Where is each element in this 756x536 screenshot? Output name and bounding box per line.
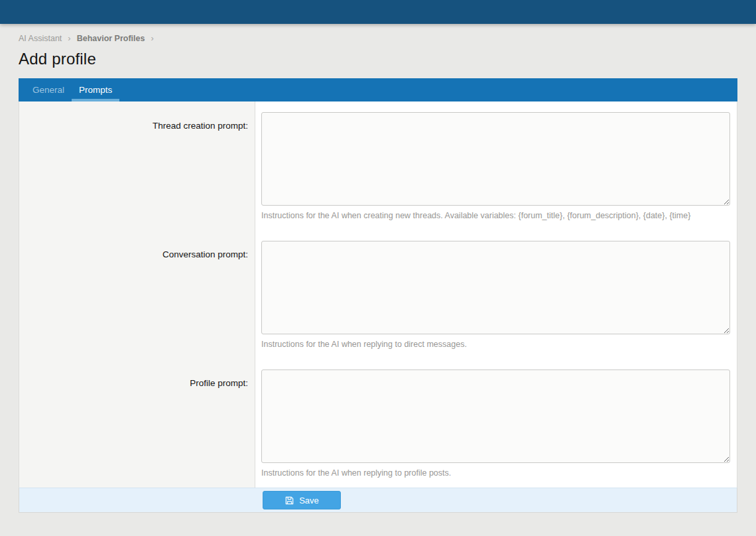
page-container: AI Assistant › Behavior Profiles › Add p… xyxy=(0,24,756,513)
profile-prompt-input[interactable] xyxy=(261,369,730,463)
thread-creation-prompt-input[interactable] xyxy=(261,112,730,206)
admin-top-bar xyxy=(0,0,756,24)
thread-creation-prompt-label: Thread creation prompt: xyxy=(153,121,248,131)
profile-prompt-hint: Instructions for the AI when replying to… xyxy=(261,468,730,478)
tab-prompts[interactable]: Prompts xyxy=(72,78,119,101)
save-floppy-icon xyxy=(284,496,294,505)
add-profile-form-card: General Prompts Thread creation prompt: … xyxy=(19,78,737,513)
label-cell: Profile prompt: xyxy=(19,359,255,488)
label-cell: Thread creation prompt: xyxy=(19,101,255,230)
form-row-thread-creation-prompt: Thread creation prompt: Instructions for… xyxy=(19,101,737,230)
save-button-label: Save xyxy=(299,496,319,505)
breadcrumb-link-ai-assistant[interactable]: AI Assistant xyxy=(19,34,62,43)
page-title: Add profile xyxy=(19,50,737,68)
thread-creation-prompt-hint: Instructions for the AI when creating ne… xyxy=(261,211,730,220)
control-cell: Instructions for the AI when replying to… xyxy=(255,359,737,488)
control-cell: Instructions for the AI when replying to… xyxy=(255,230,737,359)
conversation-prompt-input[interactable] xyxy=(261,241,730,334)
save-bar: Save xyxy=(19,488,737,513)
save-button[interactable]: Save xyxy=(263,491,341,509)
tab-general[interactable]: General xyxy=(25,78,72,101)
breadcrumb: AI Assistant › Behavior Profiles › xyxy=(19,24,737,43)
conversation-prompt-label: Conversation prompt: xyxy=(162,249,248,259)
control-cell: Instructions for the AI when creating ne… xyxy=(255,101,737,230)
label-cell: Conversation prompt: xyxy=(19,230,255,359)
form-row-profile-prompt: Profile prompt: Instructions for the AI … xyxy=(19,359,737,488)
form-body: Thread creation prompt: Instructions for… xyxy=(19,101,737,488)
conversation-prompt-hint: Instructions for the AI when replying to… xyxy=(261,340,730,349)
tab-bar: General Prompts xyxy=(19,78,737,101)
chevron-right-icon: › xyxy=(68,33,70,43)
chevron-right-icon: › xyxy=(151,33,153,43)
form-row-conversation-prompt: Conversation prompt: Instructions for th… xyxy=(19,230,737,359)
profile-prompt-label: Profile prompt: xyxy=(190,378,248,388)
breadcrumb-link-behavior-profiles[interactable]: Behavior Profiles xyxy=(77,34,145,43)
